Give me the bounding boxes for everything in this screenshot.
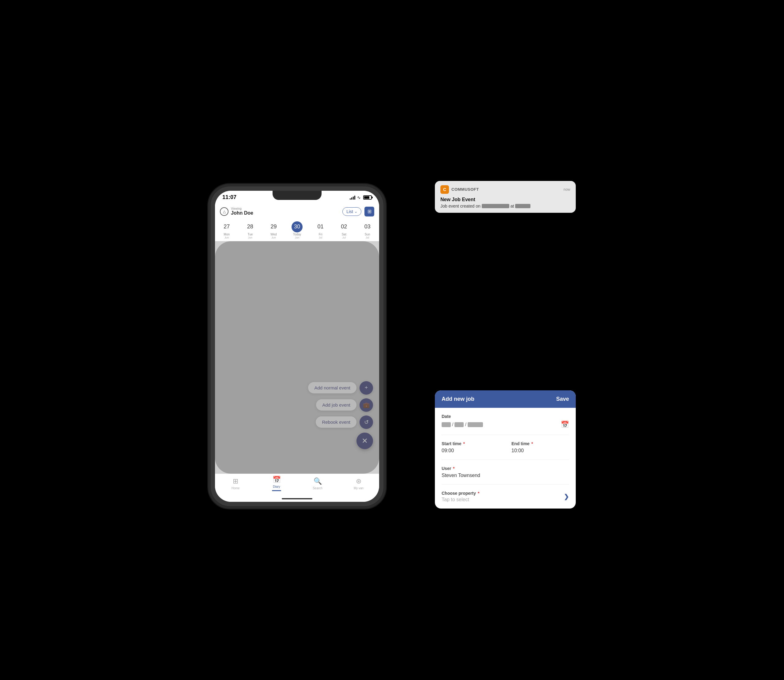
viewing-section: △ Viewing John Doe [220,207,253,216]
date-day-27: Mon [224,233,230,236]
battery-fill [364,196,369,199]
notif-at-label: at [510,204,514,208]
date-month-03: Jul [366,236,369,239]
myvan-icon: ⊛ [356,477,361,485]
date-month-27: Jun [225,236,229,239]
battery-icon [363,195,372,200]
chevron-down-icon: ⌄ [354,209,357,214]
calendar-grid-icon: ⊞ [367,208,372,214]
nav-active-underline [272,490,281,491]
home-bar [282,498,312,499]
date-num-01: 01 [315,221,326,232]
header-controls: List ⌄ ⊞ [342,207,374,216]
start-time-required: * [462,441,465,446]
date-day-29: Wed [271,233,277,236]
property-label: Choose property * [442,491,479,496]
viewing-label: Viewing [231,207,253,210]
search-icon: 🔍 [313,477,322,485]
job-panel-title: Add new job [442,396,474,402]
add-job-panel: Add new job Save Date / / 📅 [435,390,576,508]
nav-label-search: Search [313,486,323,490]
end-time-value[interactable]: 10:00 [512,448,569,453]
save-button[interactable]: Save [556,396,569,402]
end-time-label: End time * [512,441,569,446]
date-day-02: Sat [342,233,346,236]
signal-bar-1 [350,198,351,200]
home-indicator [215,496,379,502]
date-block-3 [468,422,483,427]
user-avatar-icon: △ [220,207,228,216]
nav-label-home: Home [231,486,240,490]
date-day-today: Today [293,233,301,236]
home-icon: ⊞ [233,477,238,485]
notif-app: C COMMUSOFT [441,185,479,194]
calendar-grid-button[interactable]: ⊞ [364,207,374,216]
start-time-col: Start time * 09:00 [442,441,499,453]
start-time-label: Start time * [442,441,499,446]
phone-frame: 11:07 ∿ [208,184,386,508]
tap-to-select: Tap to select [442,497,479,502]
date-num-28: 28 [245,221,256,232]
list-dropdown[interactable]: List ⌄ [342,207,361,216]
nav-item-myvan[interactable]: ⊛ My van [338,474,379,493]
property-field-group[interactable]: Choose property * Tap to select ❯ [442,491,569,502]
notif-header: C COMMUSOFT now [441,185,570,194]
date-month-02: Jul [342,236,346,239]
user-label: User * [442,466,569,471]
signal-bars-icon [350,195,355,200]
date-month-01: Jul [319,236,323,239]
nav-item-search[interactable]: 🔍 Search [297,474,338,493]
date-day-28: Tue [247,233,253,236]
nav-label-myvan: My van [354,486,364,490]
date-block-1 [442,422,451,427]
phone-screen: 11:07 ∿ [215,191,379,502]
date-cell-01[interactable]: 01 Fri Jul [309,220,332,241]
dimming-overlay [215,241,379,474]
date-cell-30[interactable]: 30 Today Jun [285,220,309,241]
status-icons: ∿ [350,195,372,200]
nav-item-home[interactable]: ⊞ Home [215,474,256,493]
date-month-28: Jun [248,236,253,239]
user-value[interactable]: Steven Townsend [442,473,569,478]
notification-card: C COMMUSOFT now New Job Event Job event … [435,181,576,213]
date-value: / / [442,422,483,427]
date-cell-29[interactable]: 29 Wed Jun [262,220,285,241]
main-calendar-area: Add normal event + Add job event 💼 [215,241,379,474]
app-icon-letter: C [443,187,446,192]
notif-body: Job event created on at [441,204,570,208]
time-field-group: Start time * 09:00 End time * 10:00 [442,441,569,460]
date-block-2 [455,422,464,427]
date-cell-03[interactable]: 03 Sun Jul [356,220,379,241]
start-time-value[interactable]: 09:00 [442,448,499,453]
date-num-29: 29 [268,221,279,232]
end-time-required: * [530,441,533,446]
nav-item-diary[interactable]: 📅 Diary [256,474,297,493]
calendar-picker-icon[interactable]: 📅 [561,421,569,429]
date-field-group: Date / / 📅 [442,414,569,435]
notif-time-redacted [515,204,531,208]
property-required: * [477,491,479,496]
date-num-03: 03 [362,221,373,232]
signal-bar-2 [351,197,352,200]
notif-body-text: Job event created on [441,204,480,208]
date-label: Date [442,414,569,419]
job-panel-header: Add new job Save [435,390,576,408]
wifi-icon: ∿ [357,195,361,200]
nav-label-diary: Diary [273,485,280,488]
date-cell-02[interactable]: 02 Sat Jul [332,220,356,241]
time-row: Start time * 09:00 End time * 10:00 [442,441,569,453]
end-time-col: End time * 10:00 [512,441,569,453]
date-month-29: Jun [271,236,276,239]
phone-inner: 11:07 ∿ [211,186,383,506]
date-cell-27[interactable]: 27 Mon Jun [215,220,239,241]
user-required: * [452,466,455,471]
signal-bar-4 [354,196,355,200]
commusoft-app-icon: C [441,185,449,194]
viewing-text: Viewing John Doe [231,207,253,216]
date-day-01: Fri [319,233,323,236]
notif-app-name: COMMUSOFT [452,187,479,192]
date-strip: 27 Mon Jun 28 Tue Jun 29 Wed Jun [215,220,379,241]
date-num-30: 30 [291,221,302,232]
app-header: △ Viewing John Doe List ⌄ ⊞ [215,204,379,220]
date-cell-28[interactable]: 28 Tue Jun [239,220,262,241]
